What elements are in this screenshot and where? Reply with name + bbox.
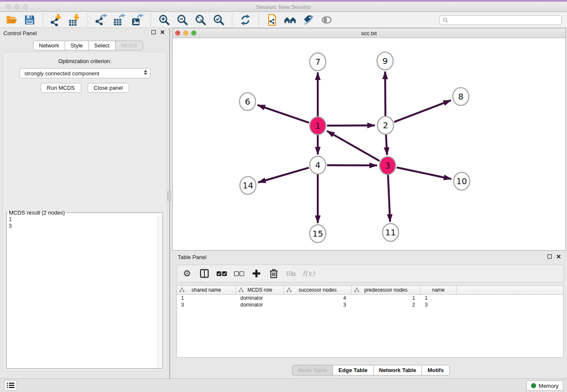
cell-successor-nodes: 3 [284,301,352,308]
graph-edge-2-8[interactable] [394,100,451,122]
save-session-icon[interactable] [23,14,36,26]
search-icon [443,17,448,23]
cell-name: 3 [421,301,457,308]
tab-select[interactable]: Select [88,41,116,50]
column-header-predecessor-nodes[interactable]: predecessor nodes [352,286,421,294]
graph-node-label: 9 [383,56,388,66]
network-titlebar[interactable]: × − + scc.txt [173,28,565,38]
search-input[interactable] [450,17,559,23]
import-network-icon[interactable] [50,14,63,26]
network-title: scc.txt [173,30,565,36]
titlebar: Session: New Session [0,2,567,12]
fit-content-icon[interactable] [194,14,207,26]
graph-node-label: 11 [385,227,396,237]
deselect-all-rows-icon[interactable] [234,268,244,279]
table-toolbar: ⚙ f(x) [176,265,564,282]
column-header-successor-nodes[interactable]: successor nodes [284,286,352,294]
graph-edge-3-10[interactable] [397,168,451,179]
float-panel-icon[interactable] [151,30,156,34]
result-node-id: 3 [7,223,162,229]
application-window: Session: New Session [0,0,567,392]
search-field[interactable] [439,15,562,25]
main-toolbar [0,12,567,28]
hide-graphics-details-icon[interactable] [302,14,315,26]
network-canvas[interactable]: 7968124314101511 [173,38,565,250]
zoom-in-icon[interactable] [158,14,171,26]
close-panel-button[interactable]: Close panel [88,83,129,93]
column-header-shared-name[interactable]: shared name [177,286,236,294]
import-table-icon[interactable] [68,14,81,26]
network-view-window: × − + scc.txt 7968124314101511 [172,28,566,251]
export-table-icon[interactable] [113,14,126,26]
control-panel-title: Control Panel [3,30,37,36]
graph-edge-3-11[interactable] [388,175,390,222]
float-panel-icon[interactable] [548,254,552,259]
delete-table-icon-disabled [286,268,296,279]
mcds-result-list[interactable]: 1 3 [7,216,162,368]
first-neighbors-icon[interactable] [284,14,297,26]
tab-network-table[interactable]: Network Table [373,365,422,375]
cell-predecessor-nodes: 1 [352,295,421,301]
tab-motifs[interactable]: Motifs [421,365,449,375]
column-header-name[interactable]: name [421,286,457,294]
zoom-out-icon[interactable] [176,14,189,26]
cell-predecessor-nodes: 2 [352,301,421,308]
graph-edge-3-1[interactable] [327,131,380,161]
split-panel-icon[interactable] [199,268,209,279]
clone-network-icon[interactable] [266,14,278,26]
tab-node-table[interactable]: Node Table [292,365,333,375]
zoom-selected-icon[interactable] [212,14,225,26]
control-panel-buttons: ✕ [151,30,165,34]
mcds-result-box: MCDS result (2 nodes) 1 3 [6,210,163,369]
graph-edge-2-9[interactable] [385,72,385,116]
show-hidden-icon[interactable] [320,14,333,26]
close-panel-icon[interactable]: ✕ [160,30,165,34]
export-image-icon[interactable] [131,14,144,26]
graph-edge-1-6[interactable] [258,105,309,123]
tab-style[interactable]: Style [65,41,89,50]
panel-splitter[interactable] [169,28,170,378]
tab-network[interactable]: Network [33,41,65,50]
add-column-icon[interactable] [251,268,261,279]
graph-node-label: 3 [385,160,391,171]
result-scrollbar[interactable] [157,216,162,368]
splitter-grip[interactable] [167,191,171,201]
toolbar-separator [151,14,151,26]
status-bar: Memory [0,378,567,392]
graph-edge-2-3[interactable] [386,135,387,155]
cell-mcds-role: dominator [236,301,284,308]
graph-node-label: 2 [383,120,388,130]
toolbar-separator [43,14,43,26]
tab-edge-table[interactable]: Edge Table [333,365,373,375]
run-mcds-button[interactable]: Run MCDS [41,83,81,93]
criterion-dropdown[interactable]: strongly connected component [19,68,151,78]
graph-node-label: 14 [242,180,253,190]
cell-successor-nodes: 4 [284,295,352,301]
table-panel-title: Table Panel [178,254,206,260]
graph-edge-4-3[interactable] [327,165,377,166]
table-row[interactable]: 3 dominator 3 2 3 [177,301,563,308]
close-panel-icon[interactable]: ✕ [556,254,561,259]
column-header-mcds-role[interactable]: MCDS role [236,286,284,294]
control-panel-tabs: Network Style Select MCDS [33,41,143,50]
graph-node-label: 6 [245,97,250,107]
open-session-icon[interactable] [5,14,18,26]
delete-column-icon[interactable] [269,268,279,279]
graph-edge-4-14[interactable] [258,168,309,182]
mcds-panel: Optimization criterion: strongly connect… [3,52,167,372]
table-row[interactable]: 1 dominator 4 1 1 [177,295,563,301]
select-all-rows-icon[interactable] [217,268,227,279]
task-history-button[interactable] [4,380,17,391]
tab-mcds[interactable]: MCDS [115,41,143,50]
toolbar-separator [88,14,88,26]
memory-button[interactable]: Memory [526,381,563,391]
export-network-icon[interactable] [95,14,107,26]
column-settings-icon[interactable]: ⚙ [182,268,192,279]
memory-status-icon [531,383,536,388]
toolbar-separator [259,14,259,26]
cell-shared-name: 3 [177,301,236,308]
list-icon [7,382,14,389]
graph-edge-1-2[interactable] [327,125,375,126]
node-table: shared name MCDS role successor nodes pr… [176,285,564,358]
refresh-icon[interactable] [239,14,252,26]
